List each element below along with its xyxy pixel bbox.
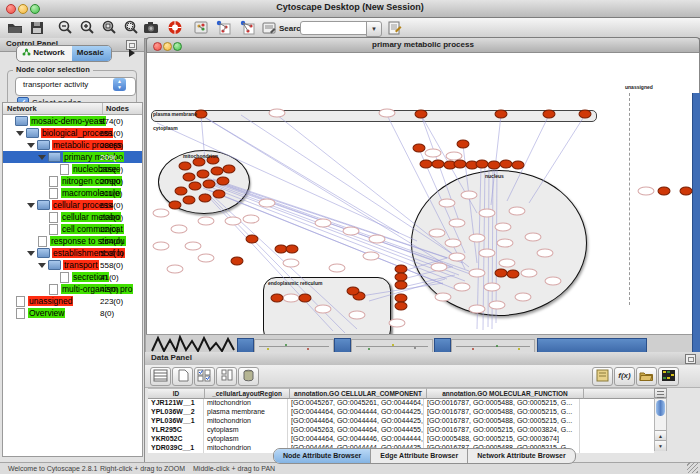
attribute-editor-icon[interactable] bbox=[592, 367, 613, 386]
gene-node[interactable] bbox=[213, 190, 226, 199]
gene-node-unselected[interactable] bbox=[349, 311, 366, 320]
gene-node-unselected[interactable] bbox=[389, 319, 406, 328]
gene-node[interactable] bbox=[217, 177, 230, 186]
gene-node-unselected[interactable] bbox=[525, 233, 542, 242]
tree-row-secretion[interactable]: secretion41(0) bbox=[3, 271, 142, 283]
gene-node[interactable] bbox=[271, 294, 284, 303]
tree-expand-arrow-icon[interactable] bbox=[38, 155, 46, 160]
zoom-in-icon[interactable] bbox=[78, 19, 96, 36]
new-attribute-icon[interactable] bbox=[172, 367, 193, 386]
zoom-out-icon[interactable] bbox=[56, 19, 74, 36]
heatmap-icon[interactable] bbox=[658, 367, 679, 386]
tree-expand-arrow-icon[interactable] bbox=[38, 263, 46, 268]
annotation-icon[interactable] bbox=[260, 19, 278, 36]
column-header-_cellularLayoutRegion[interactable]: _cellularLayoutRegion bbox=[205, 388, 290, 399]
gene-node[interactable] bbox=[223, 165, 236, 174]
gene-node-unselected[interactable] bbox=[153, 242, 170, 251]
table-row-YKR052C[interactable]: YKR052Ccytoplasm[GO:0044464, GO:0044446,… bbox=[148, 435, 654, 444]
gene-node-unselected[interactable] bbox=[497, 239, 514, 248]
gene-node[interactable] bbox=[203, 180, 216, 189]
layout-red-icon[interactable] bbox=[238, 19, 256, 36]
gene-node-unselected[interactable] bbox=[445, 239, 462, 248]
tree-row-transport[interactable]: transport558(0) bbox=[3, 259, 142, 271]
gene-node[interactable] bbox=[183, 196, 196, 205]
gene-node-unselected[interactable] bbox=[499, 259, 516, 268]
tree-row-establishment-of-lo[interactable]: establishment of lo558(0) bbox=[3, 247, 142, 259]
gene-node[interactable] bbox=[189, 182, 202, 191]
tab-edge-attribute-browser[interactable]: Edge Attribute Browser bbox=[371, 449, 468, 463]
tree-header-network[interactable]: Network bbox=[3, 103, 103, 114]
gene-node-unselected[interactable] bbox=[469, 269, 486, 278]
gene-node[interactable] bbox=[507, 270, 520, 279]
gene-node-unselected[interactable] bbox=[509, 207, 526, 216]
zoom-fit-icon[interactable] bbox=[122, 19, 140, 36]
gene-node[interactable] bbox=[413, 144, 426, 153]
gene-node-unselected[interactable] bbox=[461, 191, 478, 200]
gene-node-unselected[interactable] bbox=[425, 149, 442, 158]
column-header-annotation.GO CELLULAR_COMPONENT[interactable]: annotation.GO CELLULAR_COMPONENT bbox=[290, 388, 427, 399]
tree-row-metabolic-process[interactable]: metabolic process280(0) bbox=[3, 139, 142, 151]
tree-row-macromolecule[interactable]: macromolecule311(0) bbox=[3, 187, 142, 199]
tab-network[interactable]: Network bbox=[17, 46, 72, 61]
tree-row-nitrogen-compo[interactable]: nitrogen compo209(0) bbox=[3, 175, 142, 187]
gene-node-unselected[interactable] bbox=[259, 199, 276, 208]
column-header-ID[interactable]: ID bbox=[148, 388, 205, 399]
gene-node-unselected[interactable] bbox=[484, 283, 501, 292]
gene-node[interactable] bbox=[680, 187, 693, 196]
app-resize-grip[interactable] bbox=[687, 462, 698, 473]
tree-row-overview[interactable]: Overview8(0) bbox=[3, 307, 142, 319]
vizmapper-icon[interactable] bbox=[166, 19, 184, 36]
layout-blue-icon[interactable] bbox=[214, 19, 232, 36]
scroll-down-icon[interactable]: ▼ bbox=[655, 440, 666, 451]
tree-row-primary-metabo[interactable]: primary metabo209(... bbox=[3, 151, 142, 163]
gene-node[interactable] bbox=[246, 235, 259, 244]
gene-node-unselected[interactable] bbox=[479, 249, 496, 258]
tree-expand-arrow-icon[interactable] bbox=[27, 143, 35, 148]
gene-node[interactable] bbox=[395, 281, 408, 290]
gene-node-unselected[interactable] bbox=[153, 209, 170, 218]
tab-network-attribute-browser[interactable]: Network Attribute Browser bbox=[468, 449, 574, 463]
zoom-selected-icon[interactable] bbox=[100, 19, 118, 36]
gene-node[interactable] bbox=[299, 294, 312, 303]
gene-node-unselected[interactable] bbox=[545, 277, 562, 286]
gene-node[interactable] bbox=[183, 173, 196, 182]
gene-node-unselected[interactable] bbox=[225, 217, 242, 226]
gene-node-unselected[interactable] bbox=[167, 265, 184, 274]
table-row-YPL036W__2[interactable]: YPL036W__2plasma membrane[GO:0044464, GO… bbox=[148, 408, 654, 417]
gene-node-unselected[interactable] bbox=[283, 259, 300, 268]
tree-row-biological-process[interactable]: biological_process651(0) bbox=[3, 127, 142, 139]
table-menu-icon[interactable] bbox=[654, 388, 667, 398]
advanced-search-icon[interactable] bbox=[386, 19, 404, 36]
gene-node[interactable] bbox=[347, 287, 360, 296]
save-session-icon[interactable] bbox=[28, 19, 46, 36]
tree-row-response-to-stimulu[interactable]: response to stimulu264(0) bbox=[3, 235, 142, 247]
gene-node-unselected[interactable] bbox=[315, 219, 332, 228]
gene-node-unselected[interactable] bbox=[185, 242, 202, 251]
gene-node[interactable] bbox=[197, 170, 210, 179]
import-attributes-icon[interactable] bbox=[636, 367, 657, 386]
gene-node[interactable] bbox=[543, 110, 556, 119]
gene-node-unselected[interactable] bbox=[537, 249, 554, 258]
gene-node-unselected[interactable] bbox=[343, 227, 360, 236]
column-header-spacer[interactable] bbox=[584, 388, 654, 399]
gene-node-unselected[interactable] bbox=[243, 215, 260, 224]
gene-node-unselected[interactable] bbox=[449, 253, 466, 262]
tree-row-cell-communicat[interactable]: cell communicat22(0) bbox=[3, 223, 142, 235]
delete-attribute-icon[interactable] bbox=[238, 367, 259, 386]
gene-node-unselected[interactable] bbox=[363, 252, 380, 261]
tab-overflow-arrow-icon[interactable] bbox=[129, 49, 135, 57]
gene-node[interactable] bbox=[415, 110, 428, 119]
gene-node[interactable] bbox=[512, 161, 525, 170]
gene-node[interactable] bbox=[175, 187, 188, 196]
gene-node-unselected[interactable] bbox=[489, 301, 506, 310]
gene-node-unselected[interactable] bbox=[435, 293, 452, 302]
gene-node-unselected[interactable] bbox=[515, 293, 532, 302]
tab-mosaic[interactable]: Mosaic bbox=[72, 46, 111, 61]
column-header-annotation.GO MOLECULAR_FUNCTION[interactable]: annotation.GO MOLECULAR_FUNCTION bbox=[427, 388, 584, 399]
gene-node[interactable] bbox=[286, 245, 299, 254]
gene-node-unselected[interactable] bbox=[449, 219, 466, 228]
table-scrollbar[interactable]: ▲ ▼ bbox=[654, 398, 667, 451]
tree-row-nucleobase-[interactable]: nucleobase-209(0) bbox=[3, 163, 142, 175]
tree-row-unassigned[interactable]: unassigned223(0) bbox=[3, 295, 142, 307]
gene-node[interactable] bbox=[457, 140, 470, 149]
